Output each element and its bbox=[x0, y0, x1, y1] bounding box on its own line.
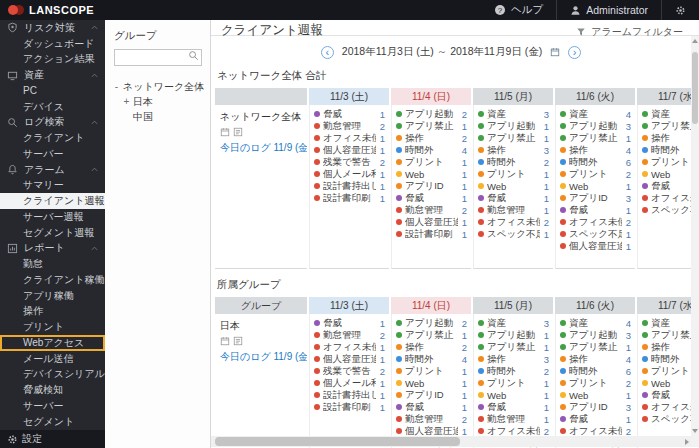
sidebar-section-1[interactable]: 資産 bbox=[0, 67, 105, 83]
alarm-count: 2 bbox=[542, 426, 549, 437]
sidebar-item[interactable]: アプリ稼働 bbox=[0, 288, 105, 304]
sidebar-item[interactable]: 勤怠 bbox=[0, 256, 105, 272]
alarm-dot bbox=[396, 368, 402, 374]
sidebar-item[interactable]: プリント bbox=[0, 319, 105, 335]
scroll-down-icon[interactable] bbox=[692, 429, 698, 433]
alarm-count: 2 bbox=[542, 217, 549, 228]
sidebar-footer-settings[interactable]: 設定 bbox=[0, 430, 105, 448]
search-icon[interactable] bbox=[188, 50, 199, 61]
alarm-dot bbox=[478, 123, 484, 129]
alarm-count: 1 bbox=[542, 169, 549, 180]
alarm-dot bbox=[478, 332, 484, 338]
scroll-right-icon[interactable] bbox=[685, 439, 689, 445]
brand: LANSCOPE bbox=[0, 4, 105, 16]
alarm-count: 2 bbox=[624, 378, 631, 389]
sidebar-item[interactable]: サーバー週報 bbox=[0, 209, 105, 225]
sidebar-item[interactable]: メール送信 bbox=[0, 351, 105, 367]
alarm-row: 個人容量圧迫1 bbox=[310, 144, 389, 156]
sidebar-section-0[interactable]: リスク対策 bbox=[0, 20, 105, 36]
sidebar-section-label: リスク対策 bbox=[24, 21, 75, 35]
sidebar-item[interactable]: PC bbox=[0, 83, 105, 99]
tree-node[interactable]: +日本 bbox=[105, 94, 210, 109]
today-log-link[interactable]: 今日のログ 11/9 (金) bbox=[220, 141, 303, 155]
sidebar-item[interactable]: セグメント bbox=[0, 414, 105, 430]
alarm-count: 1 bbox=[624, 133, 631, 144]
alarm-count: 1 bbox=[378, 109, 385, 120]
alarm-row: プリント1 bbox=[474, 168, 553, 180]
alarm-category: プリント bbox=[487, 377, 540, 390]
alarm-dot bbox=[478, 207, 484, 213]
alarm-count: 1 bbox=[542, 390, 549, 401]
sidebar-item[interactable]: サーバー bbox=[0, 398, 105, 414]
sidebar-item[interactable]: セグメント週報 bbox=[0, 225, 105, 241]
alarm-row: 脅威1 bbox=[392, 401, 471, 413]
alarm-row: 設計書印刷1 bbox=[310, 401, 389, 413]
alarm-count: 1 bbox=[378, 145, 385, 156]
alarm-count: 1 bbox=[542, 414, 549, 425]
alarm-row: アプリID1 bbox=[392, 389, 471, 401]
expand-toggle[interactable]: + bbox=[122, 96, 131, 107]
alarm-category: 設計書印刷 bbox=[323, 401, 376, 414]
alarm-dot bbox=[560, 231, 566, 237]
alarm-dot bbox=[478, 159, 484, 165]
day-alarm-cell: 脅威1勤怠管理2オフィス未使用1個人容量圧迫1残業で警告2個人メール利用1設計書… bbox=[309, 314, 389, 448]
sidebar-section-3[interactable]: アラーム bbox=[0, 162, 105, 178]
day-column: 11/7 (水)資産アプリ禁止操作時間外プリントWeb脅威オフィス未使用スペック… bbox=[637, 88, 699, 269]
tree-node[interactable]: -ネットワーク全体 bbox=[105, 79, 210, 94]
shield-icon bbox=[7, 22, 20, 33]
alarm-count: 4 bbox=[624, 354, 631, 365]
alarm-count: 1 bbox=[542, 121, 549, 132]
alarm-row: 個人メール利用1 bbox=[310, 377, 389, 389]
alarm-category: プリント bbox=[405, 156, 458, 169]
today-log-link[interactable]: 今日のログ 11/9 (金) bbox=[220, 350, 303, 364]
horizontal-scrollbar[interactable] bbox=[211, 436, 691, 447]
horizontal-scroll-thumb[interactable] bbox=[215, 437, 460, 446]
sidebar-item[interactable]: クライアント稼働 bbox=[0, 272, 105, 288]
sidebar-item[interactable]: サマリー bbox=[0, 178, 105, 194]
chevron-up-icon bbox=[90, 23, 99, 32]
user-menu[interactable]: Administrator bbox=[556, 0, 661, 20]
day-alarm-cell: アプリ起動2アプリ禁止1操作2時間外4プリント1Web1アプリID1脅威1勤怠管… bbox=[391, 314, 471, 448]
settings-menu-button[interactable] bbox=[661, 0, 699, 20]
sidebar-item[interactable]: クライアント週報 bbox=[0, 193, 105, 209]
sidebar-item[interactable]: ダッシュボード bbox=[0, 36, 105, 52]
alarm-row: 操作3 bbox=[474, 353, 553, 365]
sidebar-item[interactable]: 脅威検知 bbox=[0, 382, 105, 398]
alarm-row: アプリ起動3 bbox=[556, 329, 635, 341]
table-title: 所属グループ bbox=[217, 278, 699, 292]
top-bar: LANSCOPE ? ヘルプ Administrator bbox=[0, 0, 699, 20]
tree-node[interactable]: 中国 bbox=[105, 109, 210, 124]
alarm-row: 個人メール利用1 bbox=[310, 168, 389, 180]
alarm-count: 1 bbox=[460, 193, 467, 204]
sidebar-section-4[interactable]: レポート bbox=[0, 241, 105, 257]
sidebar-item[interactable]: デバイスシリアル bbox=[0, 367, 105, 383]
help-button[interactable]: ? ヘルプ bbox=[481, 0, 556, 20]
day-column: 11/7 (水)資産アプリ禁止操作時間外プリントWeb脅威オフィス未使用スペック… bbox=[637, 297, 699, 448]
day-alarm-cell: 資産3アプリ起動1アプリ禁止1操作3時間外2プリント1Web1脅威1勤怠管理1オ… bbox=[473, 105, 553, 269]
sidebar-section-2[interactable]: ログ検索 bbox=[0, 115, 105, 131]
alarm-count: 1 bbox=[378, 354, 385, 365]
alarm-filter-button[interactable]: アラームフィルター bbox=[576, 25, 683, 39]
alarm-dot bbox=[478, 344, 484, 350]
alarm-dot bbox=[642, 356, 648, 362]
sidebar-item[interactable]: 操作 bbox=[0, 304, 105, 320]
next-week-button[interactable]: › bbox=[568, 46, 581, 59]
vertical-scrollbar[interactable] bbox=[691, 36, 699, 436]
alarm-row: 勤怠管理1 bbox=[474, 413, 553, 425]
alarm-row: オフィス未使用 bbox=[638, 192, 699, 204]
sidebar-item[interactable]: Webアクセス bbox=[0, 335, 105, 351]
scroll-up-icon[interactable] bbox=[692, 39, 698, 43]
day-alarm-cell: 資産アプリ禁止操作時間外プリントWeb脅威オフィス未使用スペック不足 bbox=[637, 105, 699, 269]
sidebar-item[interactable]: サーバー bbox=[0, 146, 105, 162]
alarm-dot bbox=[560, 368, 566, 374]
sidebar-item[interactable]: アクション結果 bbox=[0, 52, 105, 68]
sidebar-item[interactable]: クライアント bbox=[0, 130, 105, 146]
prev-week-button[interactable]: ‹ bbox=[321, 46, 334, 59]
sidebar-item[interactable]: デバイス bbox=[0, 99, 105, 115]
vertical-scroll-thumb[interactable] bbox=[692, 52, 698, 124]
alarm-row: Web1 bbox=[474, 389, 553, 401]
alarm-count: 1 bbox=[542, 181, 549, 192]
alarm-dot bbox=[642, 147, 648, 153]
calendar-icon[interactable] bbox=[550, 47, 560, 57]
collapse-toggle[interactable]: - bbox=[112, 81, 121, 92]
